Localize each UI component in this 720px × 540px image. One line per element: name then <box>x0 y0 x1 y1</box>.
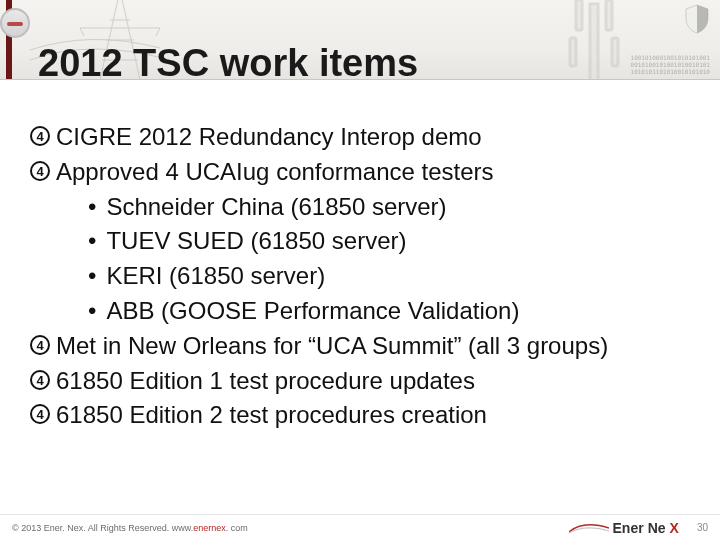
sub-bullet-item: • ABB (GOOSE Performance Validation) <box>30 294 690 329</box>
dot-bullet-icon: • <box>88 224 96 259</box>
bullet-text: 61850 Edition 1 test procedure updates <box>56 364 475 399</box>
gauge-icon <box>0 8 30 38</box>
copyright-prefix: © 2013 Ener. Nex. All Rights Reserved. w… <box>12 523 193 533</box>
brand-text-a: Ener <box>613 520 644 536</box>
bullet-text: Approved 4 UCAIug conformance testers <box>56 155 494 190</box>
brand-logo: EnerNeX <box>569 520 679 536</box>
bullet-item: 4 61850 Edition 1 test procedure updates <box>30 364 690 399</box>
code-line: 1010101101010010101010 <box>631 68 710 75</box>
binary-decoration: 1001010001001010101001 00101001010010100… <box>631 54 710 75</box>
slide-footer: © 2013 Ener. Nex. All Rights Reserved. w… <box>0 514 720 540</box>
bullet-text: 61850 Edition 2 test procedures creation <box>56 398 487 433</box>
dot-bullet-icon: • <box>88 190 96 225</box>
sub-bullet-text: ABB (GOOSE Performance Validation) <box>106 294 519 329</box>
brand-text-b: Ne <box>648 520 666 536</box>
sub-bullet-text: KERI (61850 server) <box>106 259 325 294</box>
shield-icon <box>684 4 710 34</box>
copyright-suffix: . com <box>226 523 248 533</box>
bullet-item: 4 CIGRE 2012 Redundancy Interop demo <box>30 120 690 155</box>
dot-bullet-icon: • <box>88 259 96 294</box>
circled-number-icon: 4 <box>30 404 50 424</box>
copyright-text: © 2013 Ener. Nex. All Rights Reserved. w… <box>12 523 248 533</box>
sub-bullet-text: TUEV SUED (61850 server) <box>106 224 406 259</box>
dot-bullet-icon: • <box>88 294 96 329</box>
svg-rect-3 <box>570 38 576 66</box>
bullet-item: 4 61850 Edition 2 test procedures creati… <box>30 398 690 433</box>
circled-number-icon: 4 <box>30 335 50 355</box>
svg-rect-4 <box>612 38 618 66</box>
code-line: 0010100101001010010101 <box>631 61 710 68</box>
slide-title: 2012 TSC work items <box>38 42 418 80</box>
bullet-text: Met in New Orleans for “UCA Summit” (all… <box>56 329 608 364</box>
copyright-site: enernex <box>193 523 226 533</box>
svg-rect-0 <box>590 4 598 80</box>
sub-bullet-text: Schneider China (61850 server) <box>106 190 446 225</box>
footer-right: EnerNeX 30 <box>569 520 709 536</box>
svg-rect-2 <box>606 0 612 30</box>
page-number: 30 <box>697 522 708 533</box>
slide: 1001010001001010101001 00101001010010100… <box>0 0 720 540</box>
code-line: 1001010001001010101001 <box>631 54 710 61</box>
circled-number-icon: 4 <box>30 126 50 146</box>
svg-rect-1 <box>576 0 582 30</box>
brand-text-x: X <box>670 520 679 536</box>
slide-body: 4 CIGRE 2012 Redundancy Interop demo 4 A… <box>30 120 690 433</box>
sub-bullet-item: • KERI (61850 server) <box>30 259 690 294</box>
sub-bullet-item: • Schneider China (61850 server) <box>30 190 690 225</box>
header-banner: 1001010001001010101001 00101001010010100… <box>0 0 720 80</box>
circled-number-icon: 4 <box>30 370 50 390</box>
sub-bullet-item: • TUEV SUED (61850 server) <box>30 224 690 259</box>
circled-number-icon: 4 <box>30 161 50 181</box>
bullet-item: 4 Met in New Orleans for “UCA Summit” (a… <box>30 329 690 364</box>
bullet-item: 4 Approved 4 UCAIug conformance testers <box>30 155 690 190</box>
bullet-text: CIGRE 2012 Redundancy Interop demo <box>56 120 482 155</box>
swoosh-icon <box>569 522 609 534</box>
